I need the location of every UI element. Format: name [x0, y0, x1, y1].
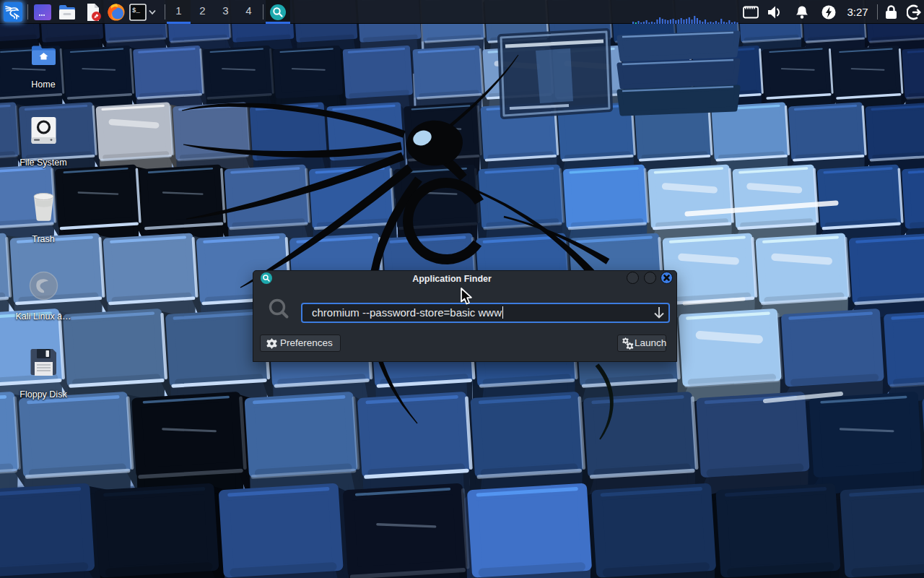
- svg-text:$_: $_: [132, 7, 140, 14]
